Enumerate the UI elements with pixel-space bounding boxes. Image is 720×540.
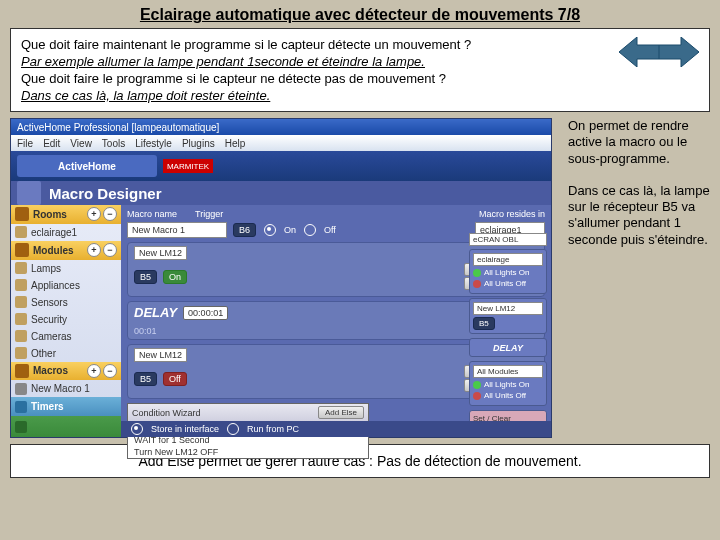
step1-code: B5 [134,270,157,284]
question-line-1: Que doit faire maintenant le programme s… [21,37,699,52]
run-pc-label: Run from PC [247,424,299,434]
trigger-off-radio[interactable] [304,224,316,236]
all-units-off-2: All Units Off [484,391,526,400]
module-palette: eCRAN OBL eclairage All Lights On All Un… [469,233,547,440]
recycle-icon [15,421,27,433]
sidebar-macro-newmacro1[interactable]: New Macro 1 [11,380,121,397]
store-interface-radio[interactable] [131,423,143,435]
activehome-window: ActiveHome Professional [lampeautomatiqu… [10,118,552,438]
palette-allmod-title: All Modules [473,365,543,378]
brand-tag: MARMITEK [163,159,213,173]
menu-file[interactable]: File [17,138,33,149]
menubar: File Edit View Tools Lifestyle Plugins H… [11,135,551,151]
sidebar-item-sensors[interactable]: Sensors [11,294,121,311]
all-lights-on: All Lights On [484,268,529,277]
sidebar-recycle-bin[interactable] [11,416,121,437]
sensors-label: Sensors [31,297,68,308]
step3-state-off[interactable]: Off [163,372,187,386]
svg-marker-0 [619,37,659,67]
prev-arrow-icon[interactable] [619,37,659,67]
macro-resides-label: Macro resides in [479,209,545,219]
annotation-2: Dans ce cas là, la lampe sur le récepteu… [568,183,720,248]
trigger-label: Trigger [195,209,257,219]
appliances-label: Appliances [31,280,80,291]
modules-icon [15,243,29,257]
trigger-on-radio[interactable] [264,224,276,236]
sidebar-room-eclairage1[interactable]: eclairage1 [11,224,121,241]
question-example-2: Dans ce cas là, la lampe doit rester éte… [21,88,699,103]
sidebar-header-timers[interactable]: Timers [11,397,121,416]
step1-state-on[interactable]: On [163,270,187,284]
brand-bar: ActiveHome MARMITEK [11,151,551,181]
palette-lm12-title: New LM12 [473,302,543,315]
modules-minus-icon[interactable]: − [103,243,117,257]
lamps-label: Lamps [31,263,61,274]
palette-eclairage-title: eclairage [473,253,543,266]
palette-delay[interactable]: DELAY [469,338,547,357]
svg-marker-1 [659,37,699,67]
step3-code: B5 [134,372,157,386]
palette-lm12[interactable]: New LM12 B5 [469,298,547,334]
macro-designer-canvas: Macro name Trigger Macro resides in New … [121,205,551,437]
question-example-1: Par exemple allumer la lampe pendant 1se… [21,54,699,69]
all-lights-on-2: All Lights On [484,380,529,389]
store-interface-label: Store in interface [151,424,219,434]
gear-icon [17,181,41,205]
macros-icon [15,364,29,378]
off-label: Off [324,225,336,235]
menu-tools[interactable]: Tools [102,138,125,149]
status-bar: Store in interface Run from PC [121,421,551,437]
cameras-label: Cameras [31,331,72,342]
rooms-label: Rooms [33,209,67,220]
brand-logo: ActiveHome [17,155,157,177]
trigger-code[interactable]: B6 [233,223,256,237]
other-label: Other [31,348,56,359]
rooms-minus-icon[interactable]: − [103,207,117,221]
palette-eclairage[interactable]: eclairage All Lights On All Units Off [469,249,547,294]
menu-plugins[interactable]: Plugins [182,138,215,149]
sidebar-header-rooms[interactable]: Rooms +− [11,205,121,224]
sidebar-header-modules[interactable]: Modules +− [11,241,121,260]
macro-name-field[interactable]: New Macro 1 [127,222,227,238]
sidebar-header-macros[interactable]: Macros +− [11,362,121,381]
delay-value-field[interactable]: 00:00:01 [183,306,228,320]
palette-all-modules[interactable]: All Modules All Lights On All Units Off [469,361,547,406]
sidebar-item-appliances[interactable]: Appliances [11,277,121,294]
question-line-2: Que doit faire le programme si le capteu… [21,71,699,86]
menu-lifestyle[interactable]: Lifestyle [135,138,172,149]
all-units-off: All Units Off [484,279,526,288]
sidebar-item-other[interactable]: Other [11,345,121,362]
palette-delay-label: DELAY [493,343,523,353]
sidebar-item-cameras[interactable]: Cameras [11,328,121,345]
macro-designer-title: Macro Designer [49,185,162,202]
next-arrow-icon[interactable] [659,37,699,67]
security-label: Security [31,314,67,325]
timers-label: Timers [31,401,64,412]
step1-module: New LM12 [134,246,187,260]
on-label: On [284,225,296,235]
macros-minus-icon[interactable]: − [103,364,117,378]
run-pc-radio[interactable] [227,423,239,435]
add-else-button[interactable]: Add Else [318,406,364,419]
macro-name-label: Macro name [127,209,189,219]
macros-plus-icon[interactable]: + [87,364,101,378]
rooms-plus-icon[interactable]: + [87,207,101,221]
menu-help[interactable]: Help [225,138,246,149]
menu-view[interactable]: View [70,138,92,149]
palette-ecran: eCRAN OBL [469,233,547,246]
sidebar-item-lamps[interactable]: Lamps [11,260,121,277]
modules-plus-icon[interactable]: + [87,243,101,257]
window-titlebar: ActiveHome Professional [lampeautomatiqu… [11,119,551,135]
palette-lm12-code: B5 [473,317,495,330]
menu-edit[interactable]: Edit [43,138,60,149]
modules-label: Modules [33,245,74,256]
question-box: Que doit faire maintenant le programme s… [10,28,710,112]
room-item-label: eclairage1 [31,227,77,238]
sidebar: Rooms +− eclairage1 Modules +− Lamps App… [11,205,121,437]
macro-item-label: New Macro 1 [31,383,90,394]
annotation-area: On permet de rendre active la macro ou l… [568,118,720,264]
rooms-icon [15,207,29,221]
script-line-3: Turn New LM12 OFF [128,446,368,458]
sidebar-item-security[interactable]: Security [11,311,121,328]
slide-title: Eclairage automatique avec détecteur de … [0,0,720,28]
